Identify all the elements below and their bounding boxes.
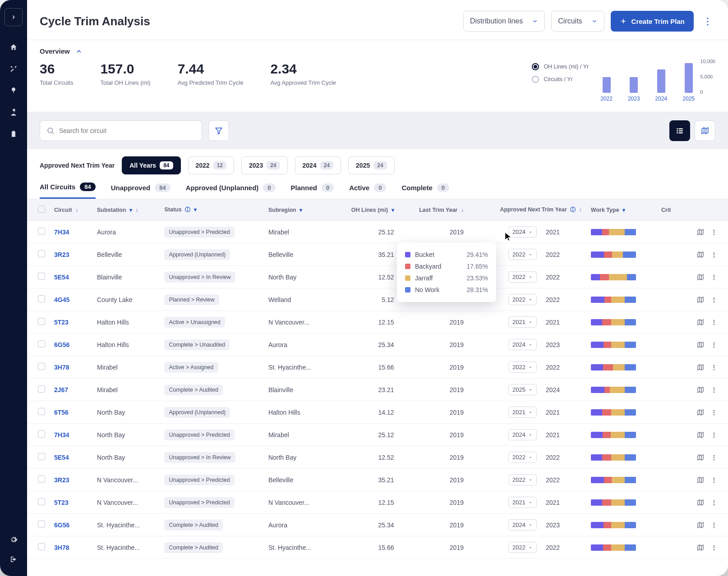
work-type-bar[interactable] [591,342,636,348]
expand-sidebar-button[interactable] [5,8,23,26]
circuit-link[interactable]: 3R23 [54,476,69,484]
next-year-select[interactable]: 2022 [508,361,537,373]
row-more-icon[interactable]: ⋮ [711,454,717,461]
next-year-select[interactable]: 2022 [508,474,537,485]
overview-toggle[interactable]: Overview [40,47,715,55]
info-icon[interactable]: ⓘ [185,206,190,213]
next-year-select[interactable]: 2022 [508,542,537,553]
row-more-icon[interactable]: ⋮ [711,229,717,236]
next-year-select[interactable]: 2022 [508,452,537,463]
row-more-icon[interactable]: ⋮ [711,319,717,326]
filter-button[interactable] [208,120,229,141]
row-checkbox[interactable] [38,273,45,280]
work-type-bar[interactable] [591,319,636,325]
map-icon[interactable] [696,521,705,529]
row-more-icon[interactable]: ⋮ [711,251,717,258]
select-all-checkbox[interactable] [38,206,45,213]
tab-planned[interactable]: Planned0 [291,183,334,199]
work-type-bar[interactable] [591,297,636,303]
circuit-link[interactable]: 7H34 [54,229,69,236]
row-more-icon[interactable]: ⋮ [711,341,717,348]
tab-all-circuits[interactable]: All Circuits84 [40,183,96,199]
map-icon[interactable] [696,454,705,461]
row-more-icon[interactable]: ⋮ [711,431,717,439]
circuit-link[interactable]: 6T56 [54,409,69,416]
work-type-bar[interactable] [591,544,636,551]
map-icon[interactable] [696,229,705,236]
filter-icon[interactable]: ▾ [194,206,197,213]
map-icon[interactable] [696,431,705,439]
tab-complete[interactable]: Complete0 [401,183,449,199]
circuit-link[interactable]: 2J67 [54,386,68,393]
row-more-icon[interactable]: ⋮ [711,476,717,484]
work-type-bar[interactable] [591,522,636,528]
circuit-link[interactable]: 6G56 [54,341,69,348]
row-checkbox[interactable] [38,228,45,235]
year-filter-2024[interactable]: 202424 [295,156,341,174]
search-input-wrap[interactable] [40,120,202,141]
next-year-select[interactable]: 2021 [508,497,537,508]
circuit-link[interactable]: 6G56 [54,521,69,529]
row-checkbox[interactable] [38,318,45,325]
year-filter-2023[interactable]: 202324 [241,156,288,174]
sort-icon[interactable]: ↓ [75,207,78,213]
work-type-bar[interactable] [591,454,636,461]
row-checkbox[interactable] [38,430,45,438]
next-year-select[interactable]: 2024 [508,429,537,440]
map-icon[interactable] [696,364,705,371]
filter-icon[interactable]: ▾ [622,207,625,213]
tab-unapproved[interactable]: Unapproved84 [111,183,170,199]
map-icon[interactable] [696,251,705,258]
legend-option[interactable]: OH Lines (mi) / Yr [532,63,589,70]
year-filter-2022[interactable]: 202212 [188,156,235,174]
row-more-icon[interactable]: ⋮ [711,499,717,506]
row-checkbox[interactable] [38,408,45,415]
search-input[interactable] [59,127,195,134]
circuit-link[interactable]: 3H78 [54,364,69,371]
next-year-select[interactable]: 2022 [508,294,537,305]
row-more-icon[interactable]: ⋮ [711,544,717,551]
circuit-link[interactable]: 5E54 [54,274,69,281]
row-checkbox[interactable] [38,475,45,483]
work-type-bar[interactable] [591,432,636,438]
tools-icon[interactable] [9,65,18,73]
row-checkbox[interactable] [38,363,45,370]
work-type-bar[interactable] [591,409,636,416]
map-icon[interactable] [696,409,705,416]
row-checkbox[interactable] [38,521,45,528]
circuit-link[interactable]: 5E54 [54,454,69,461]
map-icon[interactable] [696,274,705,281]
home-icon[interactable] [9,43,18,51]
map-icon[interactable] [696,476,705,484]
row-more-icon[interactable]: ⋮ [711,296,717,303]
filter-icon[interactable]: ▾ [392,207,394,213]
next-year-select[interactable]: 2024 [508,339,537,350]
row-checkbox[interactable] [38,295,45,302]
year-filter-all-years[interactable]: All Years84 [122,156,180,174]
row-checkbox[interactable] [38,385,45,393]
work-type-bar[interactable] [591,387,636,393]
work-type-bar[interactable] [591,364,636,370]
sort-icon[interactable]: ↓ [136,207,138,213]
row-more-icon[interactable]: ⋮ [711,409,717,416]
circuit-link[interactable]: 5T23 [54,319,69,326]
map-icon[interactable] [696,296,705,303]
next-year-select[interactable]: 2024 [508,226,537,238]
next-year-select[interactable]: 2025 [508,384,537,395]
row-checkbox[interactable] [38,250,45,257]
row-more-icon[interactable]: ⋮ [711,521,717,529]
clipboard-icon[interactable] [10,130,17,138]
next-year-select[interactable]: 2021 [508,407,537,418]
distribution-select[interactable]: Distribution lines [463,11,545,32]
work-type-bar[interactable] [591,477,636,483]
row-checkbox[interactable] [38,498,45,505]
logout-icon[interactable] [9,555,18,563]
settings-icon[interactable] [9,535,18,544]
work-type-bar[interactable] [591,229,636,235]
next-year-select[interactable]: 2022 [508,249,537,260]
create-trim-plan-button[interactable]: Create Trim Plan [611,11,694,32]
map-icon[interactable] [696,499,705,506]
row-more-icon[interactable]: ⋮ [711,386,717,393]
filter-icon[interactable]: ▾ [129,207,132,213]
legend-option[interactable]: Circuits / Yr [532,76,589,83]
